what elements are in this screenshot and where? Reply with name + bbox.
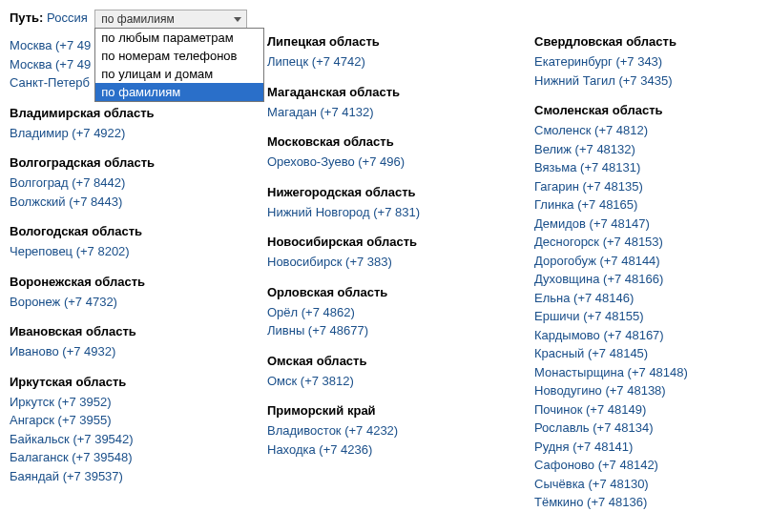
city-link[interactable]: Волгоград (+7 8442) xyxy=(10,174,239,193)
city-link[interactable]: Демидов (+7 48147) xyxy=(534,215,744,234)
path-label: Путь: xyxy=(10,10,43,25)
city-link[interactable]: Новодугино (+7 48138) xyxy=(534,381,744,400)
region-block: Приморский крайВладивосток (+7 4232)Нахо… xyxy=(267,403,506,459)
city-link[interactable]: Иваново (+7 4932) xyxy=(10,342,239,361)
city-link[interactable]: Ливны (+7 48677) xyxy=(267,321,506,340)
column-2: Липецкая областьЛипецк (+7 4742)Магаданс… xyxy=(267,34,506,512)
region-head: Липецкая область xyxy=(267,34,506,49)
region-head: Вологодская область xyxy=(10,224,239,238)
city-link[interactable]: Новосибирск (+7 383) xyxy=(267,253,506,272)
city-link[interactable]: Кардымово (+7 48167) xyxy=(534,326,744,345)
region-block: Нижегородская областьНижний Новгород (+7… xyxy=(267,185,506,222)
dropdown-list: по любым параметрам по номерам телефонов… xyxy=(94,28,264,102)
dropdown-option-selected[interactable]: по фамилиям xyxy=(95,83,263,101)
region-head: Новосибирская область xyxy=(267,235,506,249)
select-display[interactable]: по фамилиям xyxy=(94,10,247,29)
city-link[interactable]: Духовщина (+7 48166) xyxy=(534,270,744,289)
region-block: Ивановская областьИваново (+7 4932) xyxy=(10,324,239,361)
city-link[interactable]: Владимир (+7 4922) xyxy=(10,124,239,143)
column-1: Москва (+7 49 Москва (+7 49 Санкт-Петерб… xyxy=(10,34,239,512)
city-link[interactable]: Десногорск (+7 48153) xyxy=(534,233,744,252)
region-head: Свердловская область xyxy=(534,34,744,49)
city-link[interactable]: Сычёвка (+7 48130) xyxy=(534,475,744,494)
path-root-link[interactable]: Россия xyxy=(47,10,88,25)
region-block: Иркутская областьИркутск (+7 3952)Ангарс… xyxy=(10,375,239,486)
dropdown-option[interactable]: по улицам и домам xyxy=(95,65,263,83)
columns: Москва (+7 49 Москва (+7 49 Санкт-Петерб… xyxy=(10,34,760,512)
region-block: Омская областьОмск (+7 3812) xyxy=(267,354,506,391)
city-link[interactable]: Гагарин (+7 48135) xyxy=(534,177,744,196)
region-block: Владимирская областьВладимир (+7 4922) xyxy=(10,106,239,143)
region-block: Магаданская областьМагадан (+7 4132) xyxy=(267,85,506,122)
city-link[interactable]: Воронеж (+7 4732) xyxy=(10,293,239,312)
region-head: Нижегородская область xyxy=(267,185,506,199)
region-head: Иркутская область xyxy=(10,375,239,389)
city-link[interactable]: Байкальск (+7 39542) xyxy=(10,430,239,449)
city-link[interactable]: Ельна (+7 48146) xyxy=(534,289,744,308)
region-head: Ивановская область xyxy=(10,324,239,338)
region-head: Магаданская область xyxy=(267,85,506,99)
dropdown-option[interactable]: по номерам телефонов xyxy=(95,47,263,65)
region-block: Волгоградская областьВолгоград (+7 8442)… xyxy=(10,155,239,211)
city-link[interactable]: Магадан (+7 4132) xyxy=(267,103,506,122)
city-link[interactable]: Монастырщина (+7 48148) xyxy=(534,363,744,382)
city-link[interactable]: Тёмкино (+7 48136) xyxy=(534,493,744,512)
region-block: Смоленская областьСмоленск (+7 4812)Вели… xyxy=(534,103,744,512)
city-link[interactable]: Дорогобуж (+7 48144) xyxy=(534,252,744,271)
region-head: Орловская область xyxy=(267,285,506,299)
city-link[interactable]: Смоленск (+7 4812) xyxy=(534,121,744,140)
city-link[interactable]: Екатеринбург (+7 343) xyxy=(534,52,744,72)
region-head: Волгоградская область xyxy=(10,155,239,170)
search-mode-select[interactable]: по фамилиям по любым параметрам по номер… xyxy=(94,10,247,29)
city-link[interactable]: Починок (+7 48149) xyxy=(534,400,744,419)
city-link[interactable]: Балаганск (+7 39548) xyxy=(10,448,239,467)
region-head: Московская область xyxy=(267,134,506,149)
city-link[interactable]: Нижний Новгород (+7 831) xyxy=(267,203,506,222)
region-block: Орловская областьОрёл (+7 4862)Ливны (+7… xyxy=(267,285,506,340)
city-link[interactable]: Вязьма (+7 48131) xyxy=(534,158,744,177)
city-link[interactable]: Баяндай (+7 39537) xyxy=(10,467,239,486)
city-link[interactable]: Рудня (+7 48141) xyxy=(534,438,744,457)
city-link[interactable]: Рославль (+7 48134) xyxy=(534,419,744,438)
region-head: Смоленская область xyxy=(534,103,744,117)
city-link[interactable]: Орёл (+7 4862) xyxy=(267,303,506,322)
column-3: Свердловская областьЕкатеринбург (+7 343… xyxy=(534,34,744,512)
region-block: Новосибирская областьНовосибирск (+7 383… xyxy=(267,235,506,272)
city-link[interactable]: Волжский (+7 8443) xyxy=(10,193,239,212)
region-block: Вологодская областьЧереповец (+7 8202) xyxy=(10,224,239,261)
city-link[interactable]: Красный (+7 48145) xyxy=(534,344,744,363)
city-link[interactable]: Липецк (+7 4742) xyxy=(267,52,506,72)
region-head: Владимирская область xyxy=(10,106,239,120)
city-link[interactable]: Орехово-Зуево (+7 496) xyxy=(267,153,506,172)
city-link[interactable]: Череповец (+7 8202) xyxy=(10,242,239,261)
region-block: Воронежская областьВоронеж (+7 4732) xyxy=(10,275,239,312)
dropdown-option[interactable]: по любым параметрам xyxy=(95,29,263,47)
region-head: Приморский край xyxy=(267,403,506,418)
path-row: Путь: Россия по фамилиям по любым параме… xyxy=(10,10,760,29)
city-link[interactable]: Ершичи (+7 48155) xyxy=(534,307,744,326)
city-link[interactable]: Ангарск (+7 3955) xyxy=(10,411,239,430)
city-link[interactable]: Владивосток (+7 4232) xyxy=(267,421,506,440)
region-block: Липецкая областьЛипецк (+7 4742) xyxy=(267,34,506,72)
city-link[interactable]: Глинка (+7 48165) xyxy=(534,195,744,215)
region-head: Омская область xyxy=(267,354,506,368)
city-link[interactable]: Нижний Тагил (+7 3435) xyxy=(534,72,744,91)
city-link[interactable]: Сафоново (+7 48142) xyxy=(534,456,744,475)
city-link[interactable]: Иркутск (+7 3952) xyxy=(10,393,239,412)
city-link[interactable]: Омск (+7 3812) xyxy=(267,372,506,391)
region-block: Свердловская областьЕкатеринбург (+7 343… xyxy=(534,34,744,90)
city-link[interactable]: Находка (+7 4236) xyxy=(267,440,506,460)
region-head: Воронежская область xyxy=(10,275,239,289)
city-link[interactable]: Велиж (+7 48132) xyxy=(534,140,744,159)
region-block: Московская областьОрехово-Зуево (+7 496) xyxy=(267,134,506,172)
